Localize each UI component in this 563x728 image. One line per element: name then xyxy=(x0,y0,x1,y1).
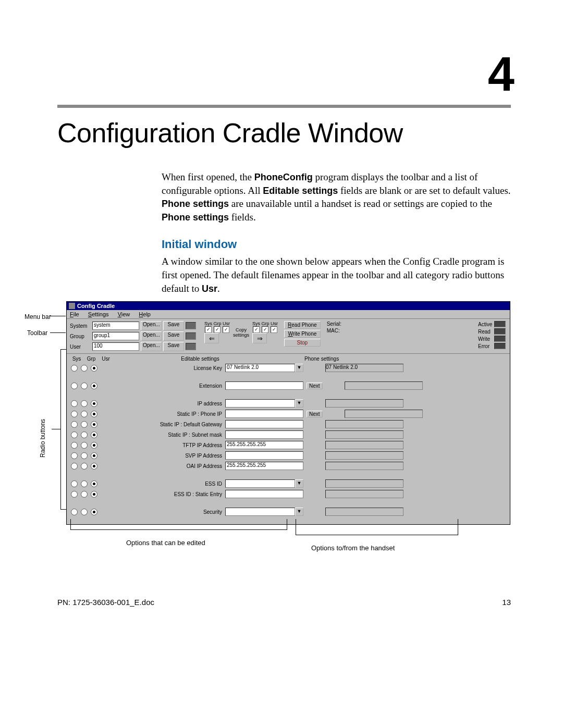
radio-grp[interactable] xyxy=(81,463,88,470)
editable-value[interactable] xyxy=(225,490,303,498)
editable-value[interactable] xyxy=(225,420,303,428)
led-error xyxy=(494,343,506,349)
menu-settings[interactable]: Settings xyxy=(88,311,109,317)
editable-value[interactable] xyxy=(225,479,295,488)
radio-usr[interactable] xyxy=(91,400,97,407)
editable-value[interactable] xyxy=(225,430,303,439)
radio-sys[interactable] xyxy=(71,400,78,407)
chk-left-usr[interactable]: ✓ xyxy=(223,326,229,333)
copy-left-button[interactable]: ⇐ xyxy=(204,333,219,343)
setting-row: Security▼ xyxy=(70,507,507,517)
radio-grp[interactable] xyxy=(81,365,88,372)
next-button[interactable]: Next xyxy=(307,382,323,389)
radio-grp[interactable] xyxy=(81,411,88,417)
radio-sys[interactable] xyxy=(71,421,78,428)
phone-value: 07 Netlink 2.0 xyxy=(325,364,403,372)
radio-grp[interactable] xyxy=(81,480,88,487)
toolbar: System system Open... Save Group group1 … xyxy=(67,319,510,354)
radio-grp[interactable] xyxy=(81,421,88,428)
editable-value[interactable]: 255.255.255.255 xyxy=(225,441,303,449)
setting-label: TFTP IP Address xyxy=(118,442,224,448)
radio-grp[interactable] xyxy=(81,431,88,438)
user-save-button[interactable]: Save xyxy=(163,342,184,351)
next-button[interactable]: Next xyxy=(307,411,323,417)
read-phone-button[interactable]: Read Phone xyxy=(284,321,321,329)
menu-help[interactable]: Help xyxy=(139,311,151,317)
editable-value[interactable]: 07 Netlink 2.0 xyxy=(225,364,295,372)
group-save-button[interactable]: Save xyxy=(163,331,184,341)
setting-label: Static IP : Subnet mask xyxy=(118,432,224,438)
system-indicator xyxy=(186,322,196,329)
callout-radio-buttons: Radio buttons xyxy=(39,419,46,458)
setting-row: SVP IP Address xyxy=(70,450,507,461)
copy-right-button[interactable]: ⇒ xyxy=(252,333,267,343)
radio-usr[interactable] xyxy=(91,431,97,438)
editable-value[interactable] xyxy=(225,410,303,418)
radio-grp[interactable] xyxy=(81,400,88,407)
callout-editable-options: Options that can be edited xyxy=(126,539,205,547)
radio-usr[interactable] xyxy=(91,480,97,487)
radio-usr[interactable] xyxy=(91,421,97,428)
setting-row: Static IP : Subnet mask xyxy=(70,429,507,440)
phone-value xyxy=(325,430,403,439)
chk-right-usr[interactable]: ✓ xyxy=(271,326,277,333)
led-read xyxy=(494,328,506,335)
stop-button[interactable]: Stop xyxy=(284,339,321,347)
menu-bar[interactable]: File Settings View Help xyxy=(67,310,510,319)
radio-usr[interactable] xyxy=(91,452,97,459)
dropdown-icon[interactable]: ▼ xyxy=(295,508,303,516)
radio-usr[interactable] xyxy=(91,463,97,470)
editable-value[interactable]: 255.255.255.255 xyxy=(225,462,303,470)
editable-value[interactable] xyxy=(225,381,303,390)
editable-value[interactable] xyxy=(225,451,303,460)
dropdown-icon[interactable]: ▼ xyxy=(295,479,303,488)
radio-usr[interactable] xyxy=(91,382,97,389)
system-open-button[interactable]: Open... xyxy=(141,321,162,330)
radio-sys[interactable] xyxy=(71,491,78,498)
user-input[interactable]: 100 xyxy=(92,342,139,351)
chk-right-grp[interactable]: ✓ xyxy=(262,326,268,333)
app-icon xyxy=(69,303,75,309)
radio-grp[interactable] xyxy=(81,491,88,498)
radio-sys[interactable] xyxy=(71,442,78,449)
chk-left-sys[interactable]: ✓ xyxy=(205,326,212,333)
radio-sys[interactable] xyxy=(71,463,78,470)
radio-sys[interactable] xyxy=(71,411,78,417)
radio-grp[interactable] xyxy=(81,452,88,459)
radio-sys[interactable] xyxy=(71,431,78,438)
phone-value xyxy=(325,508,403,516)
dropdown-icon[interactable]: ▼ xyxy=(295,364,303,372)
radio-sys[interactable] xyxy=(71,452,78,459)
radio-grp[interactable] xyxy=(81,442,88,449)
radio-usr[interactable] xyxy=(91,442,97,449)
system-input[interactable]: system xyxy=(92,322,139,330)
chk-left-grp[interactable]: ✓ xyxy=(214,326,221,333)
radio-sys[interactable] xyxy=(71,480,78,487)
radio-grp[interactable] xyxy=(81,509,88,515)
radio-sys[interactable] xyxy=(71,365,78,372)
user-open-button[interactable]: Open... xyxy=(141,342,162,351)
radio-usr[interactable] xyxy=(91,365,97,372)
radio-usr[interactable] xyxy=(91,491,97,498)
radio-sys[interactable] xyxy=(71,509,78,515)
radio-usr[interactable] xyxy=(91,411,97,417)
editable-value[interactable] xyxy=(225,508,295,516)
write-phone-button[interactable]: Write Phone xyxy=(284,330,321,338)
menu-view[interactable]: View xyxy=(118,311,130,317)
setting-label: Static IP : Phone IP xyxy=(118,411,224,417)
radio-grp[interactable] xyxy=(81,382,88,389)
menu-file[interactable]: File xyxy=(70,311,79,317)
user-indicator xyxy=(186,343,196,350)
chk-right-sys[interactable]: ✓ xyxy=(253,326,260,333)
system-save-button[interactable]: Save xyxy=(163,321,184,330)
setting-label: ESS ID xyxy=(118,481,224,487)
group-input[interactable]: group1 xyxy=(92,332,139,340)
radio-usr[interactable] xyxy=(91,509,97,515)
initial-window-paragraph: A window similar to the one shown below … xyxy=(162,255,511,295)
radio-sys[interactable] xyxy=(71,382,78,389)
dropdown-icon[interactable]: ▼ xyxy=(295,399,303,408)
group-open-button[interactable]: Open... xyxy=(141,331,162,341)
led-active xyxy=(494,321,506,327)
callout-toolbar: Toolbar xyxy=(27,329,47,337)
editable-value[interactable] xyxy=(225,399,295,408)
